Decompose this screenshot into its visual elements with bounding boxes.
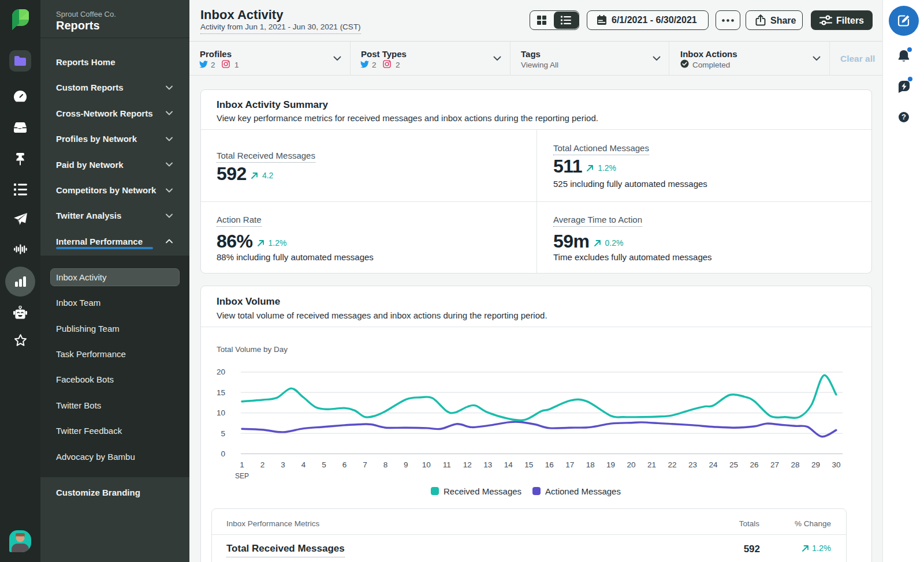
svg-text:20: 20 [217, 368, 225, 376]
svg-text:30: 30 [832, 460, 840, 469]
svg-text:26: 26 [750, 460, 758, 469]
svg-text:24: 24 [709, 460, 718, 469]
svg-text:4: 4 [301, 460, 306, 469]
svg-text:21: 21 [647, 460, 656, 469]
svg-text:5: 5 [322, 460, 326, 469]
svg-text:16: 16 [545, 460, 554, 469]
svg-text:15: 15 [524, 460, 533, 469]
svg-text:18: 18 [586, 460, 595, 469]
svg-text:10: 10 [422, 460, 431, 469]
svg-text:23: 23 [688, 460, 697, 469]
svg-text:15: 15 [217, 388, 225, 397]
svg-text:10: 10 [217, 409, 225, 417]
svg-text:7: 7 [363, 460, 367, 469]
svg-text:12: 12 [463, 460, 472, 469]
svg-text:27: 27 [770, 460, 779, 469]
svg-text:29: 29 [811, 460, 820, 469]
svg-text:22: 22 [668, 460, 677, 469]
svg-text:17: 17 [565, 460, 574, 469]
svg-text:14: 14 [504, 460, 513, 469]
svg-text:25: 25 [729, 460, 738, 469]
svg-text:28: 28 [791, 460, 799, 469]
svg-text:5: 5 [221, 429, 225, 438]
svg-text:8: 8 [383, 460, 388, 469]
svg-text:9: 9 [404, 460, 408, 469]
svg-text:6: 6 [342, 460, 347, 469]
svg-text:11: 11 [443, 460, 451, 469]
svg-text:1: 1 [240, 460, 244, 469]
svg-text:SEP: SEP [235, 472, 249, 480]
svg-text:13: 13 [483, 460, 492, 469]
svg-text:2: 2 [260, 460, 265, 469]
svg-text:0: 0 [221, 449, 225, 458]
svg-text:3: 3 [281, 460, 285, 469]
svg-text:20: 20 [627, 460, 636, 469]
svg-text:19: 19 [606, 460, 615, 469]
